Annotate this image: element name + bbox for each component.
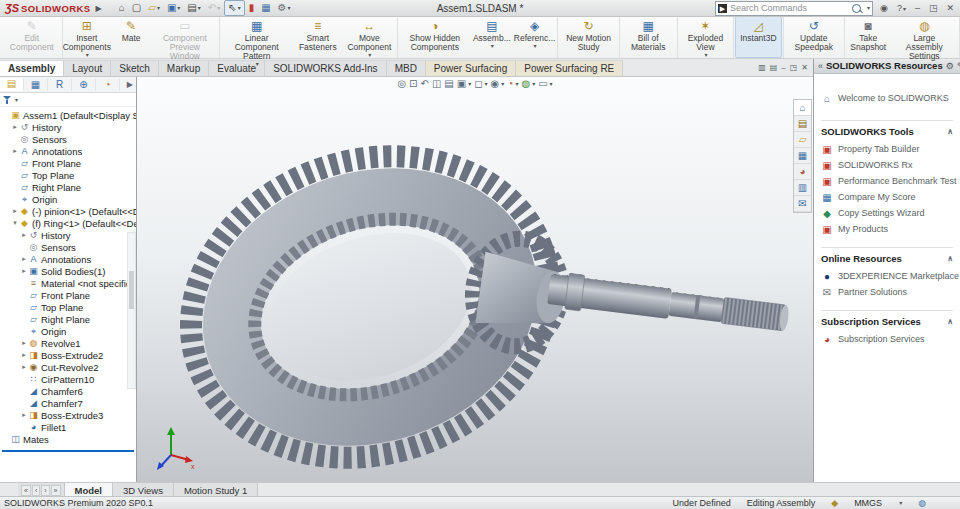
pane-view-2-button[interactable]: ▤: [770, 63, 778, 73]
tab-power-surfacing-re[interactable]: Power Surfacing RE: [516, 60, 623, 76]
expander-icon[interactable]: ▸: [11, 147, 19, 155]
tree-item-annotations[interactable]: ▸AAnnotations: [0, 253, 136, 265]
print-button[interactable]: ▤▾: [184, 1, 203, 15]
fm-tab-displaymanager[interactable]: ◔: [96, 79, 120, 91]
show-hidden-components-button[interactable]: ◑Show Hidden Components: [399, 16, 471, 58]
tree-item-cirpattern10[interactable]: ∷CirPattern10: [0, 373, 136, 385]
link-copy-settings-wizard[interactable]: ◆Copy Settings Wizard: [821, 205, 953, 221]
options-button[interactable]: ⚙▾: [275, 1, 294, 15]
first-tab-button[interactable]: «: [21, 485, 31, 496]
welcome-link[interactable]: ⌂Welcome to SOLIDWORKS: [821, 90, 953, 106]
prev-tab-button[interactable]: ‹: [32, 485, 40, 496]
restore-button[interactable]: ◳: [927, 3, 940, 13]
help-icon[interactable]: ?▾: [895, 3, 908, 13]
view-settings-button[interactable]: ▭▾: [538, 79, 552, 89]
pane-options-icon[interactable]: ⚙: [946, 61, 954, 71]
tree-item-fillet1[interactable]: ◕Fillet1: [0, 421, 136, 433]
tree-item-f-ring-1-default-default[interactable]: ▾◆(f) Ring<1> (Default<<Default>_: [0, 217, 136, 229]
sheet-tab-motion-study-1[interactable]: Motion Study 1: [174, 483, 258, 497]
collapse-section-icon[interactable]: ∧: [947, 317, 953, 326]
smart-fasteners-button[interactable]: ≡Smart Fasteners: [293, 16, 343, 58]
fm-tab-dimxpertmanager[interactable]: ⊕: [72, 79, 96, 91]
tree-item-sensors[interactable]: ◎Sensors: [0, 241, 136, 253]
previous-view-button[interactable]: ↶: [421, 79, 429, 89]
tree-item-right-plane[interactable]: ▱Right Plane: [0, 181, 136, 193]
search-input[interactable]: ▶ Search Commands ▾: [715, 1, 873, 16]
select-button[interactable]: ⇖▾: [224, 0, 244, 16]
minimize-button[interactable]: –: [913, 3, 922, 13]
tag-icon[interactable]: ◆: [831, 498, 838, 508]
search-icon[interactable]: [852, 4, 861, 13]
tree-item-chamfer6[interactable]: ◢Chamfer6: [0, 385, 136, 397]
expander-icon[interactable]: ▸: [11, 123, 19, 131]
tree-item-annotations[interactable]: ▸AAnnotations: [0, 145, 136, 157]
tree-item-right-plane[interactable]: ▱Right Plane: [0, 313, 136, 325]
collapse-section-icon[interactable]: ∧: [947, 127, 953, 136]
tree-item-history[interactable]: ▸↺History: [0, 121, 136, 133]
file-properties-button[interactable]: ▦: [258, 1, 273, 15]
collapse-section-icon[interactable]: ∧: [947, 254, 953, 263]
pinion-shaft[interactable]: [547, 271, 791, 336]
hide-show-items-button[interactable]: ◉▾: [491, 79, 505, 89]
gear-assembly-model[interactable]: [137, 77, 813, 483]
view-orientation-button[interactable]: ▣▾: [457, 79, 471, 89]
expander-icon[interactable]: ▾: [11, 219, 19, 227]
logo-expand-arrow[interactable]: ▶: [96, 4, 102, 13]
link-performance-benchmark-test[interactable]: ▣Performance Benchmark Test: [821, 173, 953, 189]
rollback-bar[interactable]: [2, 450, 134, 452]
tree-item-assem1-default-display-state-1[interactable]: ▣Assem1 (Default<Display State-1>): [0, 109, 136, 121]
rebuild-button[interactable]: ▮: [246, 1, 258, 15]
filter-icon[interactable]: [3, 95, 12, 104]
tab-layout[interactable]: Layout: [64, 60, 111, 76]
move-component-button[interactable]: ↔Move Component▾: [343, 16, 396, 58]
pane-tab-file-explorer[interactable]: ▱: [794, 132, 811, 148]
link-partner-solutions[interactable]: ✉Partner Solutions: [821, 284, 953, 300]
fm-tab-featuremanager-design-tree[interactable]: ▤: [0, 78, 24, 91]
exploded-view-button[interactable]: ✶Exploded View▾: [679, 16, 733, 58]
expander-icon[interactable]: ▸: [20, 255, 28, 263]
pane-tab-solidworks-forum[interactable]: ✉: [794, 196, 811, 212]
tab-sketch[interactable]: Sketch: [111, 60, 159, 76]
sheet-tab-3d-views[interactable]: 3D Views: [113, 483, 174, 497]
update-speedpak-button[interactable]: ↺Update Speedpak: [785, 16, 843, 58]
tab-assembly[interactable]: Assembly: [0, 60, 64, 76]
tab-mbd[interactable]: MBD: [387, 60, 426, 76]
save-button[interactable]: ▣▾: [164, 1, 183, 15]
tree-item-front-plane[interactable]: ▱Front Plane: [0, 289, 136, 301]
expander-icon[interactable]: ▸: [20, 351, 28, 359]
display-style-button[interactable]: ◻▾: [474, 79, 487, 89]
tab-solidworks-add-ins[interactable]: SOLIDWORKS Add-Ins: [265, 60, 386, 76]
expand-panel-chevron[interactable]: ▶: [124, 80, 136, 89]
graphics-viewport[interactable]: ◎⊡↶◫▤▣▾◻▾◉▾◔▾◍▾▭▾ x: [137, 77, 813, 483]
zoom-to-fit-button[interactable]: ◎: [397, 79, 406, 89]
tree-item-front-plane[interactable]: ▱Front Plane: [0, 157, 136, 169]
pane-tab-design-library[interactable]: ▤: [794, 116, 811, 132]
restore-document-button[interactable]: ◳: [790, 63, 798, 73]
link-compare-my-score[interactable]: ▦Compare My Score: [821, 189, 953, 205]
expander-icon[interactable]: ▸: [20, 267, 28, 275]
insert-components-button[interactable]: ⊞Insert Components▾: [64, 16, 111, 58]
link-my-products[interactable]: ▣My Products: [821, 221, 953, 237]
last-tab-button[interactable]: »: [51, 485, 61, 496]
tree-item-history[interactable]: ▸↺History: [0, 229, 136, 241]
spline-end[interactable]: [721, 297, 786, 330]
tab-markup[interactable]: Markup: [159, 60, 209, 76]
linear-component-pattern-button[interactable]: ▦Linear Component Pattern▾: [221, 16, 293, 58]
link-property-tab-builder[interactable]: ▣Property Tab Builder: [821, 141, 953, 157]
units-caret[interactable]: ▾: [899, 500, 902, 506]
expander-icon[interactable]: ▸: [20, 231, 28, 239]
tree-item-top-plane[interactable]: ▱Top Plane: [0, 301, 136, 313]
zoom-to-area-button[interactable]: ⊡: [409, 79, 417, 89]
tree-item-mates[interactable]: ◫Mates: [0, 433, 136, 445]
tree-item-origin[interactable]: ⌖Origin: [0, 193, 136, 205]
tree-item-solid-bodies-1[interactable]: ▸▣Solid Bodies(1): [0, 265, 136, 277]
pane-view-1-button[interactable]: ▥: [758, 63, 766, 73]
close-button[interactable]: ✕: [944, 3, 956, 13]
expander-icon[interactable]: ▸: [20, 339, 28, 347]
section-view-button[interactable]: ◫: [432, 79, 441, 89]
next-tab-button[interactable]: ›: [41, 485, 49, 496]
large-assembly-settings-button[interactable]: ◍Large Assembly Settings: [891, 16, 959, 58]
pane-tab-custom-properties[interactable]: ▥: [794, 180, 811, 196]
tree-item-pinion-1-default-default[interactable]: ▸◆(-) pinion<1> (Default<<Default: [0, 205, 136, 217]
pane-tab-view-palette[interactable]: ▦: [794, 148, 811, 164]
